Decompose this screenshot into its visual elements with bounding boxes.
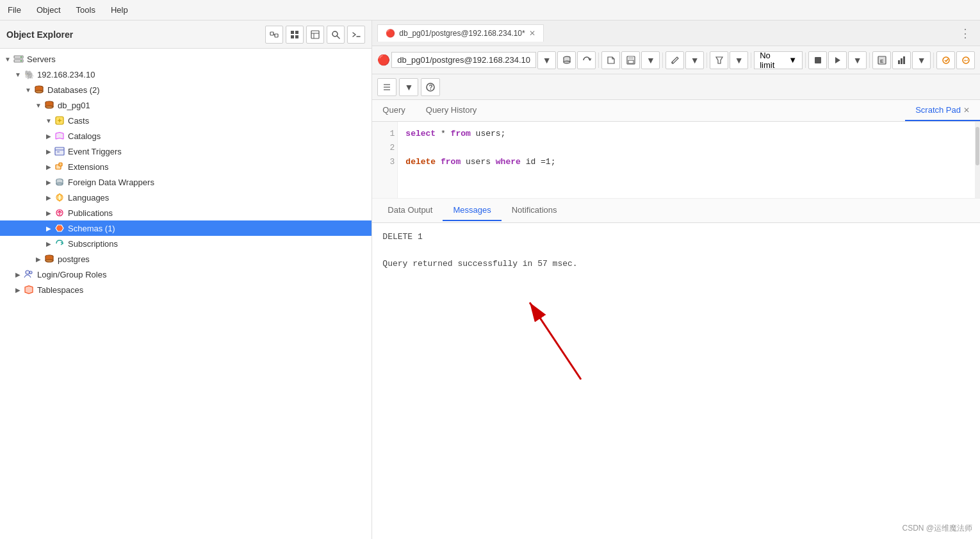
query-tab-main[interactable]: 🔴 db_pg01/postgres@192.168.234.10* ✕	[377, 24, 543, 42]
tree: ▼ Servers ▼ 🐘 192.168.234.10 ▼	[0, 49, 372, 539]
svg-point-25	[45, 106, 53, 108]
tab-db-icon: 🔴	[386, 29, 395, 38]
label-casts: Casts	[68, 116, 89, 126]
svg-line-71	[946, 59, 948, 62]
filter-dropdown-btn[interactable]: ▼	[730, 51, 748, 69]
message-line2: Query returned successfully in 57 msec.	[382, 258, 970, 271]
explain-btn[interactable]: E	[872, 51, 891, 69]
connect-btn[interactable]	[265, 26, 283, 44]
svg-point-46	[45, 260, 53, 262]
tree-item-tablespaces[interactable]: ▶ Tablespaces	[0, 282, 372, 297]
sep1	[598, 53, 599, 68]
svg-line-11	[337, 36, 339, 38]
tree-item-foreign-data[interactable]: ▶ Foreign Data Wrappers	[0, 174, 372, 190]
tab-query[interactable]: Query	[372, 100, 415, 121]
commit-btn[interactable]	[936, 51, 955, 69]
svg-point-49	[26, 270, 29, 274]
message-line1: DELETE 1	[382, 231, 970, 244]
tree-item-catalogs[interactable]: ▶ Catalogs	[0, 128, 372, 144]
label-publications: Publications	[68, 208, 113, 218]
svg-text:🐘: 🐘	[24, 69, 34, 79]
icon-casts	[54, 115, 65, 126]
tree-item-postgres[interactable]: ▶ postgres	[0, 251, 372, 267]
icon-extensions	[54, 161, 65, 172]
stats-btn[interactable]	[892, 51, 911, 69]
arrow-tablespaces: ▶	[13, 286, 23, 294]
tree-item-extensions[interactable]: ▶ Extensions	[0, 159, 372, 174]
play-dropdown-btn[interactable]: ▼	[848, 51, 867, 69]
svg-rect-35	[59, 163, 62, 166]
label-foreign-data: Foreign Data Wrappers	[68, 178, 154, 187]
scratch-label: Scratch Pad	[915, 105, 961, 115]
label-postgres: postgres	[58, 254, 90, 264]
tree-item-casts[interactable]: ▼ Casts	[0, 113, 372, 128]
tab-close-btn[interactable]: ✕	[529, 29, 535, 38]
save-dropdown-btn[interactable]: ▼	[641, 51, 660, 69]
tree-item-subscriptions[interactable]: ▶ Subscriptions	[0, 236, 372, 251]
stop-btn[interactable]	[808, 51, 827, 69]
icon-login-roles	[23, 269, 35, 280]
tree-item-databases[interactable]: ▼ Databases (2)	[0, 82, 372, 97]
svg-marker-61	[716, 57, 723, 63]
query-tab-label: db_pg01/postgres@192.168.234.10*	[399, 29, 525, 38]
tab-more-btn[interactable]: ⋮	[956, 25, 975, 42]
filter-btn[interactable]	[710, 51, 728, 69]
label-catalogs: Catalogs	[68, 131, 101, 141]
play-btn[interactable]	[828, 51, 847, 69]
tree-item-login-roles[interactable]: ▶ Login/Group Roles	[0, 267, 372, 282]
scratch-close-btn[interactable]: ✕	[963, 106, 970, 115]
icon-subscriptions	[54, 238, 65, 249]
label-languages: Languages	[68, 193, 109, 203]
code-scrollbar[interactable]	[975, 122, 980, 198]
list-dropdown-btn[interactable]: ▼	[399, 78, 418, 96]
menu-tools[interactable]: Tools	[74, 4, 98, 16]
help-btn[interactable]: ?	[421, 78, 440, 96]
conn-dropdown-btn[interactable]: ▼	[537, 51, 556, 69]
tree-item-ip[interactable]: ▼ 🐘 192.168.234.10	[0, 67, 372, 82]
limit-select[interactable]: No limit ▼	[754, 51, 803, 69]
menu-object[interactable]: Object	[34, 4, 63, 16]
table-btn[interactable]	[306, 26, 324, 44]
icon-databases	[33, 84, 45, 95]
query-tab-bar: 🔴 db_pg01/postgres@192.168.234.10* ✕ ⋮	[372, 21, 980, 46]
edit-btn[interactable]	[666, 51, 684, 69]
stats-dropdown-btn[interactable]: ▼	[912, 51, 931, 69]
sep3	[706, 53, 707, 68]
connection-toolbar: 🔴 db_pg01/postgres@192.168.234.10 ▼ ▼ ▼	[372, 46, 980, 74]
svg-rect-7	[311, 31, 319, 38]
tab-data-output[interactable]: Data Output	[377, 200, 443, 221]
open-file-btn[interactable]	[601, 51, 620, 69]
tree-item-db_pg01[interactable]: ▼ db_pg01	[0, 97, 372, 113]
code-content[interactable]: select * from users; delete from users w…	[398, 122, 975, 198]
tree-item-schemas[interactable]: ▶ Schemas (1)	[0, 220, 372, 236]
tree-item-publications[interactable]: ▶ Publications	[0, 205, 372, 220]
tree-item-servers[interactable]: ▼ Servers	[0, 51, 372, 67]
arrow-catalogs: ▶	[44, 133, 54, 140]
svg-rect-58	[628, 60, 633, 63]
sep4	[751, 53, 751, 68]
db-icon-btn[interactable]	[557, 51, 576, 69]
terminal-btn[interactable]	[347, 26, 365, 44]
menu-file[interactable]: File	[5, 4, 24, 16]
tab-scratch-pad[interactable]: Scratch Pad ✕	[905, 100, 980, 121]
rollback-btn[interactable]: ↩	[956, 51, 975, 69]
tab-notifications[interactable]: Notifications	[502, 200, 568, 221]
list-btn[interactable]	[377, 78, 396, 96]
menu-help[interactable]: Help	[108, 4, 131, 16]
label-schemas: Schemas (1)	[68, 224, 115, 233]
icon-languages	[54, 192, 65, 203]
svg-point-20	[35, 90, 43, 93]
limit-chevron: ▼	[788, 55, 797, 65]
arrow-extensions: ▶	[44, 163, 54, 170]
icon-publications	[54, 207, 65, 219]
line-num-1: 1	[375, 127, 395, 141]
tree-item-event-triggers[interactable]: ▶ Event Triggers	[0, 144, 372, 159]
grid-btn[interactable]	[286, 26, 304, 44]
edit-dropdown-btn[interactable]: ▼	[685, 51, 704, 69]
save-btn[interactable]	[621, 51, 640, 69]
tab-query-history[interactable]: Query History	[416, 100, 487, 121]
tree-item-languages[interactable]: ▶ Languages	[0, 190, 372, 205]
tab-messages[interactable]: Messages	[443, 200, 501, 221]
search-btn[interactable]	[327, 26, 345, 44]
refresh-btn[interactable]	[577, 51, 596, 69]
